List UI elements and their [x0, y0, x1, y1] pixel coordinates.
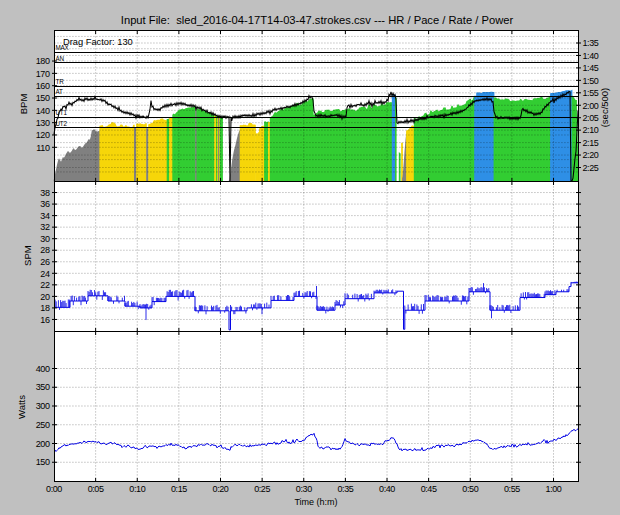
svg-text:Drag Factor: 130: Drag Factor: 130 — [63, 37, 133, 47]
svg-text:140: 140 — [36, 106, 50, 116]
svg-text:250: 250 — [36, 420, 50, 430]
svg-text:30: 30 — [40, 234, 50, 244]
svg-text:20: 20 — [40, 292, 50, 302]
svg-text:32: 32 — [40, 222, 50, 232]
svg-text:38: 38 — [40, 188, 50, 198]
svg-text:0:30: 0:30 — [296, 484, 312, 494]
svg-text:0:25: 0:25 — [254, 484, 270, 494]
svg-text:BPM: BPM — [18, 94, 29, 115]
svg-text:22: 22 — [40, 280, 50, 290]
svg-text:16: 16 — [40, 315, 50, 325]
svg-text:200: 200 — [36, 439, 50, 449]
svg-text:2:10: 2:10 — [583, 125, 599, 135]
svg-text:0:20: 0:20 — [213, 484, 229, 494]
svg-text:Time (h:m): Time (h:m) — [294, 497, 337, 507]
svg-text:AN: AN — [56, 55, 65, 62]
svg-text:AT: AT — [56, 88, 64, 95]
svg-text:24: 24 — [40, 269, 50, 279]
svg-text:1:40: 1:40 — [583, 51, 599, 61]
svg-text:0:55: 0:55 — [504, 484, 520, 494]
svg-text:(sec/500): (sec/500) — [599, 88, 610, 128]
svg-text:18: 18 — [40, 303, 50, 313]
svg-text:Watts: Watts — [16, 395, 27, 419]
svg-text:0:10: 0:10 — [129, 484, 145, 494]
svg-text:130: 130 — [36, 118, 50, 128]
svg-text:2:05: 2:05 — [583, 113, 599, 123]
svg-text:110: 110 — [36, 143, 50, 153]
svg-text:2:15: 2:15 — [583, 138, 599, 148]
svg-text:2:20: 2:20 — [583, 150, 599, 160]
svg-text:1:00: 1:00 — [546, 484, 562, 494]
svg-text:0:50: 0:50 — [462, 484, 478, 494]
svg-text:TR: TR — [56, 78, 65, 85]
svg-text:150: 150 — [36, 93, 50, 103]
svg-text:0:00: 0:00 — [46, 484, 62, 494]
svg-text:Input File: sled_2016-04-17T1: Input File: sled_2016-04-17T14-03-47.str… — [121, 14, 514, 26]
svg-text:300: 300 — [36, 401, 50, 411]
svg-text:36: 36 — [40, 199, 50, 209]
svg-text:180: 180 — [36, 56, 50, 66]
svg-text:MAX: MAX — [56, 44, 70, 51]
svg-text:26: 26 — [40, 257, 50, 267]
svg-text:34: 34 — [40, 211, 50, 221]
svg-text:1:50: 1:50 — [583, 76, 599, 86]
svg-text:1:45: 1:45 — [583, 63, 599, 73]
svg-text:1:55: 1:55 — [583, 88, 599, 98]
svg-text:0:45: 0:45 — [421, 484, 437, 494]
svg-text:1:35: 1:35 — [583, 38, 599, 48]
svg-text:160: 160 — [36, 81, 50, 91]
svg-text:28: 28 — [40, 245, 50, 255]
svg-text:0:05: 0:05 — [88, 484, 104, 494]
svg-text:120: 120 — [36, 130, 50, 140]
svg-text:UT2: UT2 — [56, 120, 68, 127]
svg-text:0:15: 0:15 — [171, 484, 187, 494]
svg-text:2:00: 2:00 — [583, 101, 599, 111]
svg-text:2:25: 2:25 — [583, 163, 599, 173]
svg-text:0:40: 0:40 — [379, 484, 395, 494]
svg-text:150: 150 — [36, 457, 50, 467]
svg-text:SPM: SPM — [22, 245, 33, 266]
svg-text:0:35: 0:35 — [337, 484, 353, 494]
svg-text:170: 170 — [36, 69, 50, 79]
svg-text:UT1: UT1 — [56, 109, 68, 116]
svg-text:400: 400 — [36, 364, 50, 374]
svg-text:350: 350 — [36, 382, 50, 392]
